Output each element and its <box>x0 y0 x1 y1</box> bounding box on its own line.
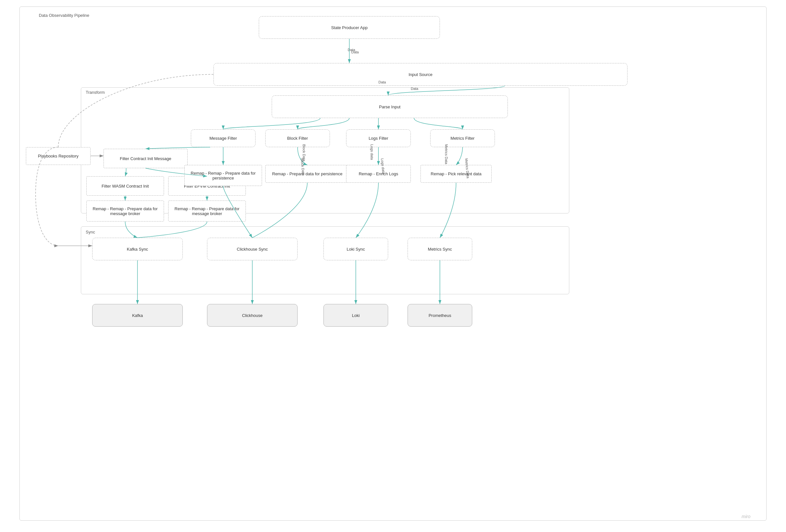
remap-logs-label: Remap - Enrich Logs <box>359 171 398 176</box>
metrics-filter-label: Metrics Filter <box>450 136 475 141</box>
parse-input-label: Parse Input <box>379 105 401 109</box>
prometheus-label: Prometheus <box>429 313 451 318</box>
logs-filter-node: Logs Filter <box>346 129 411 147</box>
remap-msg-filter-label: Remap - Remap - Prepare data for persist… <box>185 171 262 181</box>
prometheus-node: Prometheus <box>408 304 472 327</box>
remap-metrics-label: Remap - Pick relevant data <box>431 171 482 176</box>
logs-data-label: Logs data <box>370 144 374 160</box>
clickhouse-sync-node: Clickhouse Sync <box>207 238 298 260</box>
clickhouse-node: Clickhouse <box>207 304 298 327</box>
sync-label: Sync <box>86 230 95 234</box>
miro-label: miro <box>742 514 750 519</box>
filter-contract-init-label: Filter Contract Init Message <box>120 156 171 161</box>
transform-label: Transform <box>86 90 105 95</box>
block-filter-label: Block Filter <box>287 136 308 141</box>
state-producer-label: State Producer App <box>331 25 368 30</box>
remap-efvm-node: Remap - Remap - Prepare data for message… <box>168 201 246 222</box>
loki-sync-node: Loki Sync <box>323 238 388 260</box>
message-filter-node: Message Filter <box>191 129 256 147</box>
metrics-sync-label: Metrics Sync <box>428 247 452 252</box>
sync-section <box>81 226 569 294</box>
remap-block-node: Remap - Prepare data for persistence <box>265 165 349 183</box>
block-filter-node: Block Filter <box>265 129 330 147</box>
playbooks-repo-label: Playbooks Repository <box>38 154 78 159</box>
remap-wasm-node: Remap - Remap - Prepare data for message… <box>86 201 164 222</box>
filter-wasm-node: Filter WASM Contract Init <box>86 176 164 196</box>
logs-filter-label: Logs Filter <box>369 136 389 141</box>
playbooks-repo-node: Playbooks Repository <box>26 147 91 165</box>
data-label-2: Data <box>378 80 386 84</box>
clickhouse-sync-label: Clickhouse Sync <box>237 247 268 252</box>
remap-logs-node: Remap - Enrich Logs <box>346 165 411 183</box>
block-data-label: Block Data <box>302 144 306 161</box>
loki-label: Loki <box>352 313 360 318</box>
remap-wasm-label: Remap - Remap - Prepare data for message… <box>87 206 164 216</box>
canvas: Data Observability Pipeline miro State P… <box>0 0 786 532</box>
remap-efvm-label: Remap - Remap - Prepare data for message… <box>168 206 246 216</box>
message-filter-label: Message Filter <box>209 136 237 141</box>
remap-msg-filter-node: Remap - Remap - Prepare data for persist… <box>184 165 262 186</box>
metrics-sync-node: Metrics Sync <box>408 238 472 260</box>
input-source-label: Input Source <box>409 72 433 77</box>
input-source-node: Input Source <box>213 63 627 86</box>
kafka-label: Kafka <box>132 313 143 318</box>
loki-sync-label: Loki Sync <box>347 247 365 252</box>
diagram-title: Data Observability Pipeline <box>39 13 89 18</box>
filter-contract-init-node: Filter Contract Init Message <box>103 149 188 168</box>
kafka-sync-node: Kafka Sync <box>92 238 183 260</box>
state-producer-node: State Producer App <box>259 16 440 39</box>
filter-wasm-label: Filter WASM Contract Init <box>101 184 149 188</box>
clickhouse-label: Clickhouse <box>242 313 263 318</box>
data-label-1: Data <box>348 48 355 52</box>
remap-metrics-node: Remap - Pick relevant data <box>420 165 492 183</box>
parse-input-node: Parse Input <box>272 95 508 118</box>
remap-block-label: Remap - Prepare data for persistence <box>272 171 343 176</box>
kafka-node: Kafka <box>92 304 183 327</box>
kafka-sync-label: Kafka Sync <box>127 247 148 252</box>
metrics-data-label: Metrics Data <box>444 144 448 164</box>
metrics-filter-node: Metrics Filter <box>430 129 495 147</box>
loki-node: Loki <box>323 304 388 327</box>
